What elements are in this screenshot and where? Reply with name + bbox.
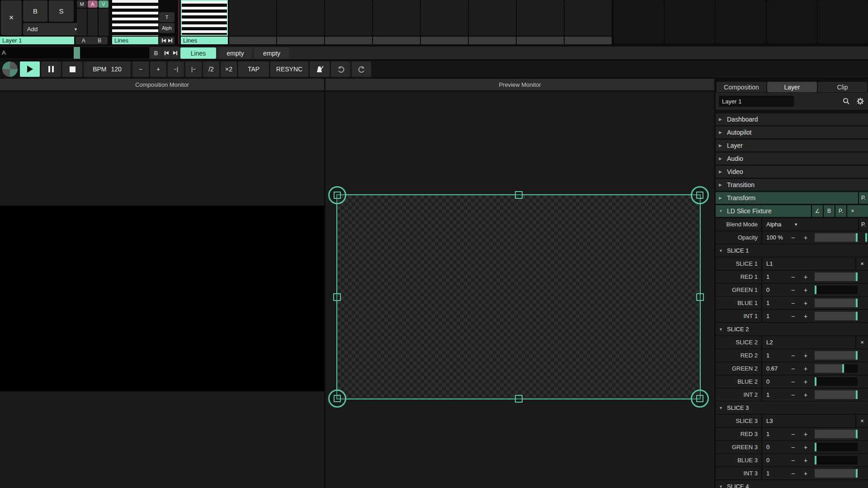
bpm-value[interactable]: 120 — [111, 66, 121, 73]
bpm-decrease-button[interactable]: − — [132, 61, 149, 77]
deck-a-button[interactable]: A — [82, 38, 85, 44]
section-transition[interactable]: ▶Transition — [716, 179, 868, 191]
section-layer[interactable]: ▶Layer — [716, 140, 868, 151]
crossfader-position-marker[interactable] — [74, 47, 80, 59]
clip-slot-empty[interactable] — [229, 0, 276, 36]
param-value[interactable]: 0.67 — [766, 362, 778, 375]
clip-slot-empty[interactable] — [421, 0, 468, 36]
increment-button[interactable]: + — [800, 231, 811, 244]
clip-slot-empty[interactable] — [325, 0, 372, 36]
decrement-button[interactable]: − — [787, 271, 799, 283]
expander-icon[interactable]: ▼ — [719, 484, 723, 488]
deck-cell[interactable] — [767, 0, 817, 43]
decrement-button[interactable]: − — [787, 375, 799, 388]
opacity-slider[interactable] — [815, 233, 858, 242]
slice-clear-button[interactable]: × — [855, 336, 868, 348]
section-ld-slice-fixture[interactable]: ▼ LD Slice Fixture ∠ B P. × — [716, 205, 868, 217]
param-value[interactable]: 1 — [766, 467, 769, 479]
layer-name-input[interactable]: Layer 1 — [719, 96, 794, 107]
audio-fader-strip[interactable] — [88, 9, 98, 36]
increment-button[interactable]: + — [800, 284, 811, 296]
slice-name-value[interactable]: L1 — [766, 258, 773, 270]
red-2-slider[interactable] — [815, 351, 858, 360]
transform-handle-bottom-right[interactable] — [691, 389, 709, 408]
transform-handle-top-left[interactable] — [328, 186, 346, 204]
section-audio[interactable]: ▶Audio — [716, 153, 868, 164]
int-3-slider[interactable] — [815, 469, 858, 478]
decrement-button[interactable]: − — [787, 441, 799, 453]
expander-icon[interactable]: ▼ — [719, 249, 723, 253]
transform-handle-bottom-left[interactable] — [328, 389, 346, 408]
clip-slot-empty[interactable] — [565, 0, 612, 36]
expander-icon[interactable]: ▶ — [719, 143, 723, 148]
crossfader-b-button[interactable]: B — [151, 47, 161, 58]
section-video[interactable]: ▶Video — [716, 166, 868, 178]
red-3-slider[interactable] — [815, 430, 858, 438]
param-value[interactable]: 1 — [766, 389, 769, 401]
expander-icon[interactable]: ▶ — [719, 183, 723, 187]
transform-handle-top[interactable] — [515, 191, 523, 199]
deck-cell[interactable] — [716, 0, 766, 43]
slice-transform-region[interactable] — [336, 194, 701, 399]
slice-name-value[interactable]: L2 — [766, 336, 773, 348]
blue-2-slider[interactable] — [815, 377, 858, 386]
tab-composition[interactable]: Composition — [717, 82, 766, 92]
expander-icon[interactable]: ▶ — [719, 196, 723, 200]
slice-4-header[interactable]: ▼SLICE 4 — [716, 480, 868, 488]
param-value[interactable]: 1 — [766, 428, 769, 440]
skip-to-start-button[interactable] — [163, 47, 170, 58]
bpm-half-button[interactable]: /2 — [203, 61, 219, 77]
bpm-double-button[interactable]: ×2 — [221, 61, 237, 77]
int-1-slider[interactable] — [815, 312, 858, 320]
bypass-layer-button[interactable]: B — [23, 0, 47, 22]
param-value[interactable]: 0 — [766, 375, 769, 388]
master-fader-strip[interactable] — [77, 9, 87, 36]
param-value[interactable]: 1 — [766, 349, 769, 361]
crossfader-a-track[interactable]: A — [0, 47, 149, 59]
alpha-blend-button[interactable]: Alph — [159, 23, 175, 33]
search-icon[interactable] — [842, 97, 850, 105]
deck-cell[interactable] — [613, 0, 664, 43]
increment-button[interactable]: + — [800, 362, 811, 375]
tap-button[interactable]: TAP — [238, 61, 269, 77]
metronome-button[interactable] — [310, 61, 330, 77]
composition-pie-button[interactable] — [1, 61, 19, 77]
decrement-button[interactable]: − — [787, 389, 799, 401]
transform-handle-bottom[interactable] — [515, 395, 523, 403]
clip-slot-empty[interactable] — [469, 0, 516, 36]
fixture-remove-button[interactable]: × — [846, 205, 858, 217]
audio-fader-button[interactable]: A — [88, 0, 98, 8]
increment-button[interactable]: + — [800, 349, 811, 361]
decrement-button[interactable]: − — [787, 467, 799, 479]
increment-button[interactable]: + — [800, 428, 811, 440]
expander-icon[interactable]: ▼ — [719, 327, 723, 332]
slice-name-value[interactable]: L3 — [766, 415, 773, 427]
video-fader-button[interactable]: V — [99, 0, 108, 8]
nudge-down-button[interactable]: −| — [168, 61, 184, 77]
param-value[interactable]: 1 — [766, 297, 769, 309]
trigger-style-button[interactable]: T — [159, 12, 175, 22]
deck-tab-empty-2[interactable]: empty — [254, 47, 289, 59]
transform-handle-right[interactable] — [696, 293, 704, 301]
expander-icon[interactable]: ▶ — [719, 117, 723, 122]
clip-name-strip-2[interactable]: Lines — [181, 37, 228, 44]
section-transform[interactable]: ▶ Transform P. — [716, 192, 868, 204]
transform-param-badge[interactable]: P. — [858, 192, 868, 204]
bpm-increase-button[interactable]: + — [150, 61, 166, 77]
clip-name-strip-1[interactable]: Lines — [112, 37, 158, 44]
pause-button[interactable] — [41, 61, 61, 77]
skip-to-end-icon[interactable] — [168, 38, 172, 42]
transform-handle-top-right[interactable] — [691, 186, 709, 204]
param-value[interactable]: 1 — [766, 310, 769, 322]
increment-button[interactable]: + — [800, 375, 811, 388]
expander-icon[interactable]: ▼ — [719, 406, 723, 410]
slice-clear-button[interactable]: × — [855, 415, 868, 427]
decrement-button[interactable]: − — [787, 231, 799, 244]
expander-icon[interactable]: ▶ — [719, 156, 723, 161]
deck-cell[interactable] — [818, 0, 868, 43]
master-fader-button[interactable]: M — [77, 0, 87, 8]
undo-button[interactable] — [331, 61, 350, 77]
param-value[interactable]: 0 — [766, 454, 769, 466]
int-2-slider[interactable] — [815, 390, 858, 399]
nudge-up-button[interactable]: |− — [185, 61, 202, 77]
